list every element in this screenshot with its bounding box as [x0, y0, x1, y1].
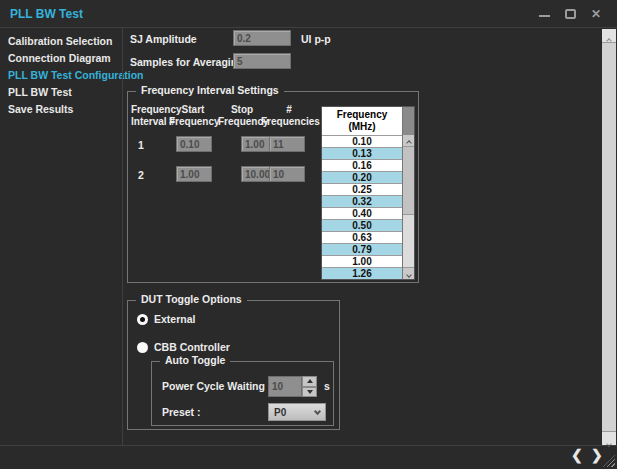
sidebar-item-pll-bw-test[interactable]: PLL BW Test — [0, 84, 122, 101]
interval-1-start-input[interactable] — [176, 136, 212, 152]
chevron-down-icon — [406, 272, 412, 278]
chevron-up-icon — [406, 140, 412, 146]
title-bar: PLL BW Test ✕ — [0, 0, 617, 28]
table-row: 0.63 — [322, 231, 402, 243]
auto-toggle-title: Auto Toggle — [160, 354, 230, 366]
scroll-down-button[interactable] — [403, 267, 414, 279]
table-row: 1.26 — [322, 267, 402, 279]
sj-amplitude-label: SJ Amplitude — [130, 33, 197, 45]
scrollbar-thumb[interactable] — [602, 43, 616, 431]
spinner-down-button[interactable] — [302, 387, 317, 398]
frequency-table-corner — [402, 107, 414, 135]
sidebar-item-pll-bw-test-configuration[interactable]: PLL BW Test Configuration — [0, 67, 122, 84]
interval-2-num-input[interactable] — [269, 166, 305, 182]
power-cycle-waiting-input[interactable] — [268, 376, 302, 397]
column-header-stop-frequency: Stop Frequency — [218, 104, 266, 128]
cbb-controller-radio[interactable] — [137, 342, 148, 353]
preset-label: Preset : — [162, 406, 201, 418]
minimize-button[interactable] — [536, 6, 554, 22]
sidebar-item-connection-diagram[interactable]: Connection Diagram — [0, 50, 122, 67]
dut-toggle-options-group: DUT Toggle Options External CBB Controll… — [127, 300, 340, 430]
scroll-up-button[interactable] — [602, 29, 616, 43]
resize-grip-icon[interactable] — [603, 455, 615, 467]
interval-1-number: 1 — [138, 139, 144, 151]
power-cycle-waiting-spinner — [268, 376, 317, 397]
interval-2-number: 2 — [138, 169, 144, 181]
previous-page-button[interactable]: ❮ — [571, 447, 583, 463]
samples-for-averaging-label: Samples for Averaging — [130, 56, 244, 68]
frequency-table-scrollbar[interactable] — [402, 135, 414, 279]
triangle-down-icon — [307, 390, 313, 394]
preset-dropdown-value: P0 — [274, 407, 286, 418]
triangle-up-icon — [307, 379, 313, 383]
sidebar-divider — [122, 28, 123, 445]
frequency-interval-settings-group: Frequency Interval Settings Frequency In… — [127, 91, 419, 283]
next-page-button[interactable]: ❯ — [591, 447, 603, 463]
table-row: 0.50 — [322, 219, 402, 231]
minimize-icon — [539, 15, 550, 17]
frequency-table-header: Frequency (MHz) — [322, 107, 402, 135]
preset-dropdown[interactable]: P0 — [268, 403, 326, 421]
interval-1-num-input[interactable] — [269, 136, 305, 152]
sj-amplitude-unit: UI p-p — [301, 33, 331, 45]
auto-toggle-group: Auto Toggle Power Cycle Waiting : s Pres… — [151, 361, 334, 426]
chevron-down-icon — [314, 408, 321, 415]
close-icon: ✕ — [591, 7, 601, 21]
column-header-num-frequencies: # Frequencies — [261, 104, 317, 128]
table-row: 0.16 — [322, 159, 402, 171]
table-row: 0.20 — [322, 171, 402, 183]
close-button[interactable]: ✕ — [588, 6, 606, 22]
samples-for-averaging-input[interactable] — [233, 53, 291, 69]
dut-toggle-options-title: DUT Toggle Options — [136, 293, 247, 305]
power-cycle-waiting-label: Power Cycle Waiting : — [162, 380, 271, 392]
main-scrollbar[interactable] — [602, 29, 616, 445]
external-radio[interactable] — [137, 314, 148, 325]
external-radio-label[interactable]: External — [154, 313, 195, 325]
cbb-controller-radio-label[interactable]: CBB Controller — [154, 341, 230, 353]
column-header-start-frequency: Start Frequency — [169, 104, 217, 128]
scroll-up-button[interactable] — [403, 135, 414, 147]
footer-divider — [0, 445, 617, 446]
sj-amplitude-input[interactable] — [233, 30, 291, 46]
maximize-icon — [565, 9, 576, 19]
maximize-button[interactable] — [562, 6, 580, 22]
frequency-interval-settings-title: Frequency Interval Settings — [136, 84, 284, 96]
frequency-table: Frequency (MHz) 0.10 0.13 0.16 0.20 0.25… — [321, 106, 415, 280]
interval-2-start-input[interactable] — [176, 166, 212, 182]
spinner-up-button[interactable] — [302, 376, 317, 387]
table-row: 0.32 — [322, 195, 402, 207]
scroll-down-button[interactable] — [602, 431, 616, 445]
window-title: PLL BW Test — [10, 7, 83, 21]
frequency-table-rows: 0.10 0.13 0.16 0.20 0.25 0.32 0.40 0.50 … — [322, 135, 402, 279]
frequency-table-header-row: Frequency (MHz) — [322, 107, 414, 135]
scrollbar-thumb[interactable] — [403, 147, 414, 215]
table-row: 0.13 — [322, 147, 402, 159]
sidebar-item-calibration-selection[interactable]: Calibration Selection — [0, 33, 122, 50]
power-cycle-waiting-unit: s — [324, 380, 330, 392]
table-row: 0.40 — [322, 207, 402, 219]
table-row: 0.79 — [322, 243, 402, 255]
table-row: 0.25 — [322, 183, 402, 195]
table-row: 0.10 — [322, 135, 402, 147]
sidebar-item-save-results[interactable]: Save Results — [0, 101, 122, 118]
sidebar: Calibration Selection Connection Diagram… — [0, 33, 122, 118]
table-row: 1.00 — [322, 255, 402, 267]
